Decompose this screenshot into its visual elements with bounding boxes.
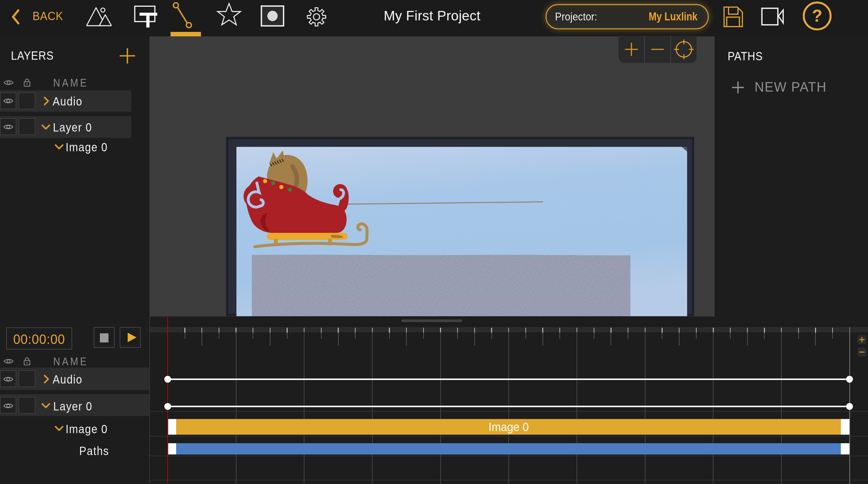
svg-text:?: ? — [812, 6, 823, 25]
